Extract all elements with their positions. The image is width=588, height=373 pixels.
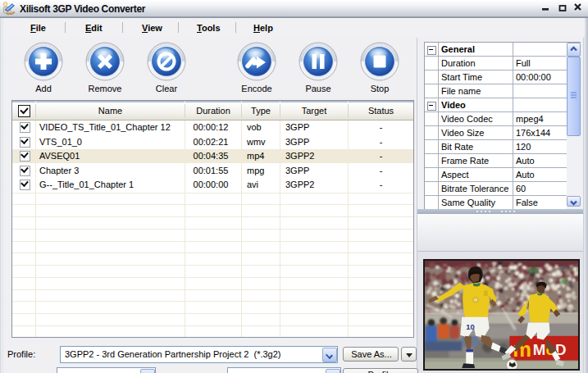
svg-text:10: 10 <box>466 323 474 331</box>
